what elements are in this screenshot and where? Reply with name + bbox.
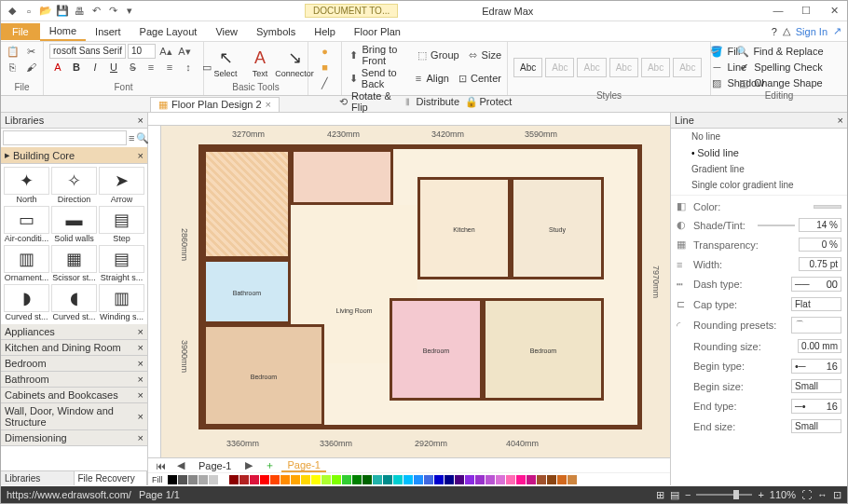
tab-page-layout[interactable]: Page Layout — [130, 23, 207, 40]
begin-size[interactable]: Small — [791, 379, 841, 393]
shade-slider[interactable] — [758, 225, 795, 226]
paste-icon[interactable]: 📋 — [5, 44, 21, 59]
print-icon[interactable]: 🖶 — [72, 4, 87, 19]
protect-icon[interactable]: 🔒 — [465, 94, 478, 109]
room-balcony[interactable] — [291, 149, 393, 205]
cat-kitchen[interactable]: Kitchen and Dining Room× — [1, 340, 147, 356]
zoom-slider[interactable] — [696, 494, 752, 496]
color-swatch[interactable] — [465, 475, 474, 484]
tab-view[interactable]: View — [206, 23, 247, 40]
color-swatch[interactable] — [455, 475, 464, 484]
style-gallery[interactable]: Abc Abc Abc Abc Abc Abc — [513, 58, 702, 77]
cat-appliances[interactable]: Appliances× — [1, 324, 147, 340]
color-swatch[interactable] — [250, 475, 259, 484]
room-study[interactable]: Study — [511, 177, 604, 279]
page-prev-icon[interactable]: ◀ — [172, 458, 189, 473]
sign-in-link[interactable]: Sign In — [796, 26, 827, 37]
shape-curved1[interactable]: ◗Curved st... — [4, 284, 49, 321]
color-swatch[interactable] — [332, 475, 341, 484]
room-kitchen[interactable]: Kitchen — [417, 177, 511, 279]
bring-front-icon[interactable]: ⬆ — [348, 48, 360, 62]
cat-bedroom[interactable]: Bedroom× — [1, 356, 147, 372]
view-icon-1[interactable]: ⊞ — [656, 489, 664, 501]
shrink-font-icon[interactable]: A▾ — [176, 44, 193, 59]
shape-circle-icon[interactable]: ● — [317, 44, 334, 59]
color-swatch[interactable] — [414, 475, 423, 484]
line-spacing-icon[interactable]: ↕ — [180, 60, 197, 75]
width-value[interactable]: 0.75 pt — [799, 257, 841, 271]
color-swatch[interactable] — [537, 475, 546, 484]
color-swatch[interactable] — [301, 475, 310, 484]
opt-single-gradient[interactable]: Single color gradient line — [671, 177, 847, 193]
italic-icon[interactable]: I — [87, 60, 103, 75]
format-painter-icon[interactable]: 🖌 — [23, 60, 40, 75]
copy-icon[interactable]: ⎘ — [5, 60, 21, 75]
minimize-icon[interactable]: — — [769, 5, 787, 17]
cat-dimensioning[interactable]: Dimensioning× — [1, 430, 147, 446]
color-swatch[interactable] — [352, 475, 362, 484]
room-bath[interactable]: Bathroom — [203, 259, 291, 324]
open-icon[interactable]: 📂 — [38, 4, 53, 19]
color-swatch[interactable] — [219, 475, 228, 484]
close-line-pane-icon[interactable]: × — [838, 115, 843, 126]
color-swatch[interactable] — [260, 475, 269, 484]
room-top-left[interactable] — [203, 149, 291, 259]
help-icon[interactable]: ? — [772, 26, 777, 37]
opt-no-line[interactable]: No line — [671, 129, 847, 144]
cat-building-core[interactable]: ▸Building Core× — [1, 147, 147, 164]
tab-home[interactable]: Home — [40, 22, 86, 41]
color-swatch[interactable] — [168, 475, 177, 484]
shape-ornament[interactable]: ▥Ornament... — [4, 245, 49, 282]
new-icon[interactable]: ▫ — [21, 4, 36, 19]
cat-cabinets[interactable]: Cabinets and Bookcases× — [1, 388, 147, 403]
zoom-in-icon[interactable]: + — [758, 489, 763, 500]
redo-icon[interactable]: ↷ — [105, 4, 120, 19]
color-swatch[interactable] — [239, 475, 249, 484]
shape-ac[interactable]: ▭Air-conditi... — [4, 206, 49, 243]
spellcheck-icon[interactable]: ✔ — [735, 60, 752, 75]
group-icon[interactable]: ⬚ — [417, 48, 429, 62]
color-swatch[interactable] — [475, 475, 485, 484]
color-swatch[interactable] — [424, 475, 433, 484]
fit-page-icon[interactable]: ⛶ — [801, 489, 812, 500]
cut-icon[interactable]: ✂ — [23, 44, 40, 59]
shape-line-icon[interactable]: ╱ — [317, 75, 334, 90]
shape-north[interactable]: ✦North — [4, 167, 49, 204]
tab-floor-plan[interactable]: Floor Plan — [345, 23, 410, 40]
transparency-value[interactable]: 0 % — [799, 238, 841, 252]
size-icon[interactable]: ⬄ — [467, 48, 479, 62]
signin-arrow-icon[interactable]: ↗ — [833, 25, 841, 37]
page-add-icon[interactable]: ＋ — [261, 458, 278, 473]
select-tool[interactable]: ↖Select — [210, 46, 241, 80]
color-swatch[interactable] — [506, 475, 515, 484]
color-swatch[interactable] — [527, 475, 536, 484]
document-tab[interactable]: ▦ Floor Plan Design 2 × — [150, 97, 280, 112]
center-icon[interactable]: ⊡ — [457, 71, 469, 86]
color-swatch[interactable] — [280, 475, 290, 484]
fit-width-icon[interactable]: ↔ — [817, 489, 827, 500]
color-swatch[interactable] — [434, 475, 444, 484]
room-bed2[interactable]: Bedroom — [390, 298, 483, 401]
maximize-icon[interactable]: ☐ — [797, 5, 815, 17]
fullscreen-icon[interactable]: ⊡ — [833, 489, 841, 501]
change-shape-icon[interactable]: ◫ — [735, 75, 752, 90]
page-next-icon[interactable]: ▶ — [240, 458, 257, 473]
save-icon[interactable]: 💾 — [55, 4, 70, 19]
color-swatch[interactable] — [362, 475, 372, 484]
close-libraries-icon[interactable]: × — [138, 115, 144, 126]
color-swatch[interactable] — [198, 475, 208, 484]
opt-solid-line[interactable]: • Solid line — [671, 144, 847, 161]
begin-type[interactable]: •─16 — [791, 359, 841, 374]
cat-bathroom[interactable]: Bathroom× — [1, 372, 147, 388]
zoom-out-icon[interactable]: − — [685, 489, 691, 500]
room-bed3[interactable]: Bedroom — [483, 298, 604, 401]
text-tool[interactable]: AText — [244, 47, 276, 80]
bold-icon[interactable]: B — [68, 60, 85, 75]
color-swatch[interactable] — [568, 475, 577, 484]
color-swatch[interactable] — [270, 475, 280, 484]
color-swatch[interactable] — [178, 475, 187, 484]
color-swatch[interactable] — [486, 475, 495, 484]
underline-icon[interactable]: U — [105, 60, 122, 75]
shape-winding[interactable]: ▥Winding s... — [99, 284, 144, 321]
font-color-icon[interactable]: A — [49, 60, 66, 75]
